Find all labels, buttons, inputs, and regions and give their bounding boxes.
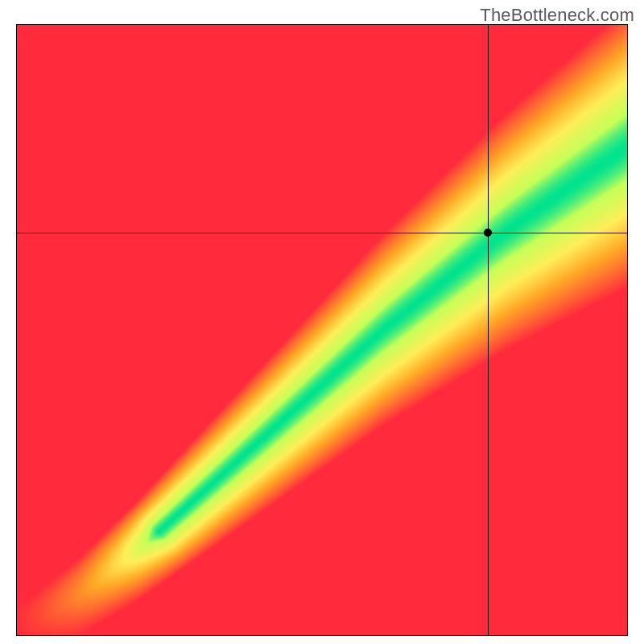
marker-dot [484,229,492,237]
heatmap-plot [16,24,628,636]
heatmap-canvas [17,25,627,635]
crosshair-horizontal [17,233,627,233]
crosshair-vertical [488,25,489,635]
watermark-text: TheBottleneck.com [480,5,634,26]
